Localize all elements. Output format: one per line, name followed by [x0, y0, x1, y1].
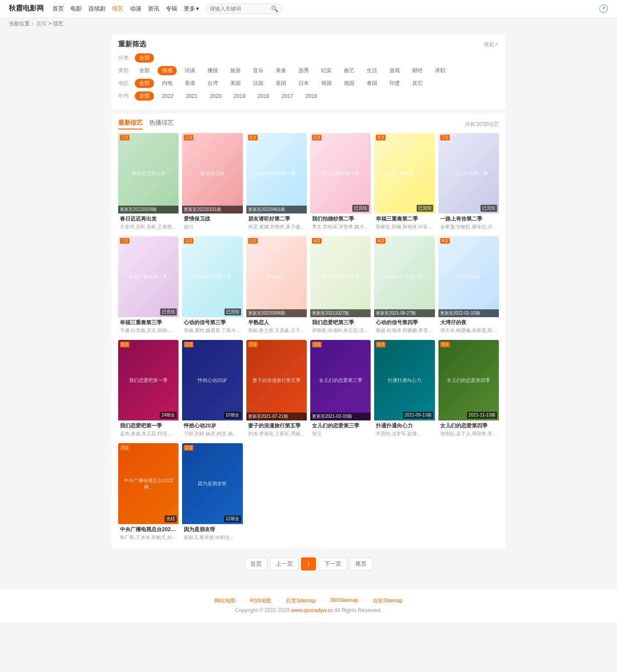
card-item-12[interactable]: 我们恋爱吧第一季 8.0 24期全 我们恋爱吧第一季 孟奇,黄嘉,朱正廷,柯澄,… — [118, 340, 179, 440]
filter-tag-region-fr[interactable]: 法国 — [249, 79, 268, 88]
filter-tag-type-all[interactable]: 全部 — [135, 66, 154, 75]
filter-tag-type-life[interactable]: 生活 — [362, 66, 382, 75]
card-item-8[interactable]: 半熟恋人 1.0 更新至20220308期 半熟恋人 黑鲲,鲁之斯,王彦豪,王子… — [246, 236, 307, 336]
filter-tag-year-2017[interactable]: 2017 — [277, 92, 298, 100]
page-prev-btn[interactable]: 上一页 — [270, 557, 298, 570]
card-status-badge: 已完结 — [352, 205, 369, 212]
nav-album[interactable]: 专辑 — [166, 5, 177, 13]
card-item-10[interactable]: 心动的信号第四季 4.0 更新至2021-08-27期 心动的信号第四季 杨超,… — [374, 236, 435, 336]
filter-tag-type-doc[interactable]: 纪实 — [317, 66, 336, 75]
card-item-1[interactable]: 爱情保卫战 2.0 更新至20220331期 爱情保卫战 赵川 — [182, 133, 242, 233]
footer-link-baidu[interactable]: 百度Sitemap — [286, 597, 316, 605]
filter-tag-region-mainland[interactable]: 内地 — [158, 79, 177, 88]
filter-tag-region-all[interactable]: 全部 — [135, 79, 154, 88]
filter-tag-year-2019[interactable]: 2019 — [229, 92, 250, 100]
filter-tag-region-tw[interactable]: 台湾 — [203, 79, 222, 88]
card-item-11[interactable]: 大湾仔的夜 4.0 更新至2022-02-10期 大湾仔的夜 谭天华,林楚曦,张… — [438, 236, 499, 336]
card-image: 女儿们的恋爱第四季 8.0 2021-11-13期 — [438, 340, 499, 420]
nav-more[interactable]: 更多 ▾ — [184, 5, 199, 13]
page-first-btn[interactable]: 首页 — [245, 557, 267, 570]
filter-tag-region-uk[interactable]: 英国 — [271, 79, 291, 88]
footer-link-rss[interactable]: RSS地图 — [250, 597, 271, 605]
filter-tag-year-2022[interactable]: 2022 — [158, 92, 178, 100]
filter-tag-year-all[interactable]: 全部 — [135, 91, 154, 101]
nav-variety[interactable]: 综艺 — [112, 5, 123, 13]
nav-home[interactable]: 首页 — [53, 5, 64, 13]
card-item-3[interactable]: 我们拍婚纱第二季 5.0 已完结 我们拍婚纱第二季 李文,郑柏崖,宋智孝,魏大勋… — [310, 133, 371, 233]
filter-tag-type-talent[interactable]: 选秀 — [294, 66, 313, 75]
search-icon[interactable]: 🔍 — [271, 5, 278, 12]
card-title: 我们恋爱吧第一季 — [120, 422, 177, 430]
tab-popular[interactable]: 热播综艺 — [149, 119, 174, 130]
filter-tag-region-de[interactable]: 德国 — [340, 79, 359, 88]
card-item-9[interactable]: 我们恋爱吧第三季 4.0 更新至20211027期 我们恋爱吧第三季 伊敦敦,张… — [310, 236, 371, 336]
filter-tag-type-finance[interactable]: 财经 — [408, 66, 427, 75]
filter-collapse-btn[interactable]: 收起∧ — [484, 41, 499, 48]
filter-tag-type-travel[interactable]: 旅游 — [226, 66, 245, 75]
card-item-15[interactable]: 女儿们的恋爱第三季 2.0 更新至2021-02-03期 女儿们的恋爱第三季 智… — [310, 340, 371, 440]
footer-link-google[interactable]: 谷歌Sitemap — [373, 597, 403, 605]
card-update-text: 更新至20220308期 — [246, 309, 307, 317]
card-item-17[interactable]: 女儿们的恋爱第四季 8.0 2021-11-13期 女儿们的恋爱第四季 张雨衫,… — [438, 340, 499, 440]
filter-tag-type-food[interactable]: 美食 — [271, 66, 291, 75]
card-cast: 伊敦敦,张倩科,朱正廷,沈调... — [312, 327, 369, 334]
card-item-18[interactable]: 中央广播电视总台2022网... 3.0 光结 中央广播电视总台2022网...… — [118, 443, 179, 543]
card-item-19[interactable]: 因为是朋友呀 2.0 12期全 因为是朋友呀 容丽儿,蔡卓妍,钟初佳... — [182, 443, 242, 543]
card-item-4[interactable]: 幸福三重奏第二季 4.0 已完结 幸福三重奏第二季 陈家堂,郑楠,陈艳珠,许富翔… — [374, 133, 435, 233]
tab-total-count: 共有'20'部综艺 — [465, 121, 499, 128]
filter-tag-year-2018[interactable]: 2018 — [253, 92, 274, 100]
logo[interactable]: 秋霞电影网 — [9, 4, 44, 13]
filter-tag-region-us[interactable]: 美国 — [226, 79, 245, 88]
card-image: 心动的信号第四季 4.0 更新至2021-08-27期 — [374, 236, 435, 317]
page-next-btn[interactable]: 下一页 — [319, 557, 347, 570]
history-icon[interactable]: 🕐 — [599, 4, 608, 13]
search-input[interactable] — [210, 6, 271, 12]
card-update-text: 更新至20220331期 — [182, 206, 242, 214]
filter-tag-type-job[interactable]: 求职 — [431, 66, 450, 75]
filter-tag-region-in[interactable]: 印度 — [385, 79, 404, 88]
filter-tag-type-emotion[interactable]: 情感 — [158, 66, 177, 75]
footer-link-sitemap[interactable]: 网站地图 — [214, 597, 235, 605]
filter-tag-year-2016[interactable]: 2016 — [301, 92, 322, 100]
filter-tag-year-2021[interactable]: 2021 — [182, 92, 202, 100]
card-item-14[interactable]: 妻子的浪漫旅行第五季 7.0 更新至2021-07-21期 妻子的浪漫旅行第五季… — [246, 340, 307, 440]
page-current-btn[interactable]: 1 — [301, 557, 316, 570]
filter-tag-type-broadcast[interactable]: 播报 — [203, 66, 222, 75]
filter-tag-region-other[interactable]: 其它 — [408, 79, 427, 88]
breadcrumb-home[interactable]: 首页 — [36, 21, 47, 27]
filter-tag-type-music[interactable]: 音乐 — [249, 66, 268, 75]
card-item-16[interactable]: 扑通扑通向心力 6.0 2021-09-13期 扑通扑通向心力 齐思怡,沈罗军,… — [374, 340, 435, 440]
card-item-6[interactable]: 幸福三重奏第三季 7.0 已完结 幸福三重奏第三季 于谦,白雪娥,吴京,郭静..… — [118, 236, 179, 336]
card-rating-badge: 8.0 — [120, 342, 130, 347]
filter-tag-type-game[interactable]: 游戏 — [385, 66, 404, 75]
card-title: 女儿们的恋爱第四季 — [440, 422, 497, 430]
nav-movie[interactable]: 电影 — [70, 5, 82, 13]
card-title: 因为是朋友呀 — [184, 526, 241, 533]
nav-anime[interactable]: 动漫 — [130, 5, 141, 13]
card-info: 朋友请听好第二季 何炅,谢娜,井柏然,童子健,李... — [246, 214, 307, 233]
card-item-2[interactable]: 朋友请听好第二季 6.0 更新至20220401期 朋友请听好第二季 何炅,谢娜… — [246, 133, 307, 233]
card-item-0[interactable]: 春日迟迟再出发 7.0 更新至20220329期 春日迟迟再出发 大张伟,吴昕,… — [118, 133, 179, 233]
filter-tag-region-jp[interactable]: 日本 — [294, 79, 313, 88]
card-status-badge: 已完结 — [224, 308, 241, 315]
tab-latest[interactable]: 最新综艺 — [118, 119, 143, 130]
nav-series[interactable]: 连续剧 — [88, 5, 105, 13]
filter-tag-region-th[interactable]: 泰国 — [362, 79, 382, 88]
footer-copyright: Copyright © 2022-2023 www.qiuxiadyw.cc A… — [9, 607, 608, 613]
filter-tag-year-2020[interactable]: 2020 — [205, 92, 226, 100]
page-last-btn[interactable]: 尾页 — [350, 557, 372, 570]
footer-link-360[interactable]: 360Sitemap — [330, 597, 358, 605]
footer-links: 网站地图 · RSS地图 · 百度Sitemap · 360Sitemap · … — [9, 597, 608, 605]
filter-tag-region-hk[interactable]: 香港 — [180, 79, 200, 88]
nav-news[interactable]: 资讯 — [148, 5, 159, 13]
card-item-7[interactable]: 心动的信号第三季 3.0 已完结 心动的信号第三季 张翰,鹿晗,魏晨晨,丁禹兮,… — [182, 236, 242, 336]
card-title: 女儿们的恋爱第三季 — [312, 422, 369, 430]
card-item-5[interactable]: 一路上有你第二季 7.0 已完结 一路上有你第二季 金希澈,张敏哲,黄味仪,沙瑶… — [438, 133, 499, 233]
card-item-13[interactable]: 怦然心动20岁 2.0 10期全 怦然心动20岁 宁静,刘婷,杨澄,柯澄,杨云澈… — [182, 340, 242, 440]
card-info: 爱情保卫战 赵川 — [182, 214, 242, 233]
filter-tag-region-kr[interactable]: 韩国 — [317, 79, 336, 88]
footer-site-url[interactable]: www.qiuxiadyw.cc — [291, 607, 333, 613]
filter-tag-type-art[interactable]: 曲艺 — [340, 66, 359, 75]
filter-tag-type-interview[interactable]: 访谈 — [180, 66, 200, 75]
filter-tag-all-category[interactable]: 全部 — [135, 53, 154, 63]
